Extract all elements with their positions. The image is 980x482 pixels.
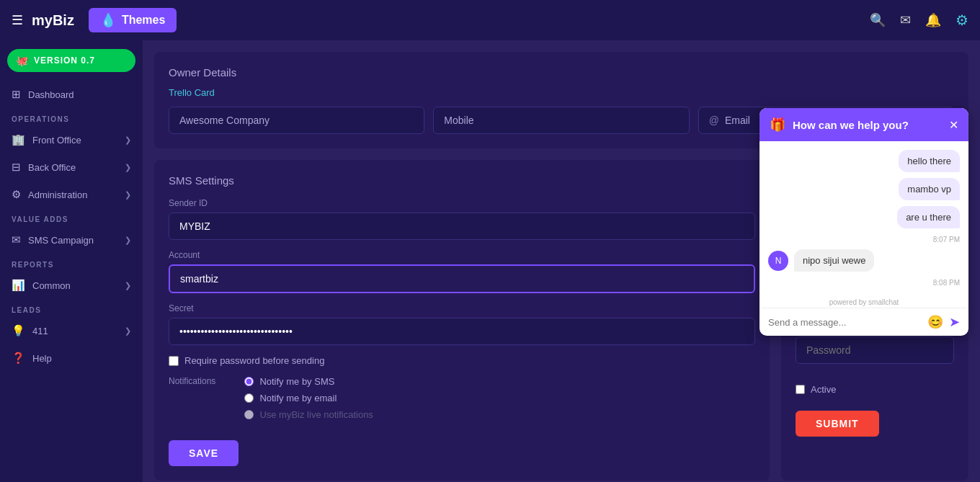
chat-avatar: N [768, 251, 788, 271]
themes-icon: 💧 [100, 12, 116, 28]
sender-id-group: Sender ID MYBIZ [169, 198, 755, 240]
radio-email-label: Notify me by email [259, 393, 337, 403]
chat-bubble: nipo sijui wewe [794, 249, 874, 272]
sms-settings-card: SMS Settings Sender ID MYBIZ Account Sec… [154, 160, 770, 481]
chevron-icon: ❯ [125, 281, 131, 290]
chat-powered-label: powered by smallchat [760, 295, 968, 308]
chevron-icon: ❯ [125, 190, 131, 200]
require-password-label: Require password before sending [184, 355, 324, 366]
version-badge[interactable]: 🐙 VERSION 0.7 [7, 49, 135, 72]
active-checkbox[interactable] [796, 385, 805, 394]
chat-header-title: How can we help you? [793, 119, 942, 131]
chat-close-button[interactable]: ✕ [949, 118, 958, 132]
sidebar-item-front-office[interactable]: 🏢 Front Office ❯ [0, 126, 143, 153]
account-input[interactable] [169, 264, 755, 293]
brand-logo: myBiz [32, 12, 74, 29]
radio-sms-label: Notify me by SMS [259, 376, 334, 387]
version-label: VERSION 0.7 [34, 55, 95, 66]
chat-message-3: are u there [897, 206, 960, 228]
sidebar-item-administration[interactable]: ⚙ Administration ❯ [0, 181, 143, 208]
sidebar-item-back-office[interactable]: ⊟ Back Office ❯ [0, 153, 143, 181]
radio-email-row: Notify me by email [244, 393, 373, 403]
common-icon: 📊 [12, 279, 25, 292]
radio-email[interactable] [244, 393, 254, 403]
chat-timestamp-1: 8:07 PM [768, 236, 960, 244]
company-field: Awesome Company [169, 107, 424, 134]
at-icon: @ [709, 115, 719, 126]
account-group: Account [169, 250, 755, 293]
sender-id-label: Sender ID [169, 198, 755, 208]
chat-input-row: 😊 ➤ [760, 308, 968, 336]
back-office-icon: ⊟ [12, 161, 21, 174]
chat-widget: 🎁 How can we help you? ✕ hello there mam… [760, 108, 968, 336]
mpesa-secret-input[interactable] [796, 336, 954, 364]
sidebar-item-label: Front Office [32, 135, 117, 146]
active-row: Active [796, 384, 954, 395]
sidebar-item-label: Back Office [28, 162, 117, 173]
sms-settings-title: SMS Settings [169, 174, 755, 187]
chevron-icon: ❯ [125, 135, 131, 145]
section-leads: LEADS [0, 299, 143, 317]
sender-id-value: MYBIZ [169, 213, 755, 240]
section-value-adds: VALUE ADDS [0, 208, 143, 226]
bell-icon[interactable]: 🔔 [925, 12, 941, 28]
owner-details-title: Owner Details [169, 66, 954, 79]
save-button[interactable]: SAVE [169, 440, 239, 466]
sidebar-item-label: SMS Campaign [28, 235, 117, 246]
sidebar-item-help[interactable]: ❓ Help [0, 344, 143, 372]
chat-emoji-button[interactable]: 😊 [927, 314, 943, 330]
administration-icon: ⚙ [12, 188, 21, 201]
trello-link[interactable]: Trello Card [169, 87, 954, 98]
account-label: Account [169, 250, 755, 260]
secret-input[interactable] [169, 318, 755, 345]
themes-button[interactable]: 💧 Themes [89, 8, 177, 32]
sidebar-item-label: Dashboard [28, 89, 131, 100]
secret-label: Secret [169, 303, 755, 313]
radio-sms[interactable] [244, 377, 254, 386]
require-password-checkbox[interactable] [169, 356, 179, 366]
radio-live-row: Use myBiz live notifications [244, 409, 373, 420]
sidebar-item-411[interactable]: 💡 411 ❯ [0, 317, 143, 344]
radio-live[interactable] [244, 410, 254, 419]
chevron-icon: ❯ [125, 163, 131, 172]
sidebar-item-label: 411 [32, 326, 117, 336]
themes-label: Themes [122, 14, 165, 27]
active-label: Active [811, 384, 836, 395]
chevron-icon: ❯ [125, 236, 131, 245]
dashboard-icon: ⊞ [12, 88, 21, 101]
email-placeholder: Email [725, 115, 750, 126]
sidebar: 🐙 VERSION 0.7 ⊞ Dashboard OPERATIONS 🏢 F… [0, 40, 143, 482]
sms-campaign-icon: ✉ [12, 233, 21, 246]
version-icon: 🐙 [16, 55, 28, 66]
sidebar-item-label: Administration [28, 189, 117, 200]
sidebar-item-sms-campaign[interactable]: ✉ SMS Campaign ❯ [0, 226, 143, 254]
leads-icon: 💡 [12, 324, 25, 337]
sidebar-item-dashboard[interactable]: ⊞ Dashboard [0, 81, 143, 108]
require-password-row: Require password before sending [169, 355, 755, 366]
chat-timestamp-2: 8:08 PM [768, 279, 960, 287]
chat-message-2: mambo vp [899, 178, 960, 200]
chat-message-4: N nipo sijui wewe [768, 249, 874, 272]
notifications-label: Notifications [169, 376, 215, 386]
chat-message-1: hello there [899, 150, 960, 172]
section-reports: REPORTS [0, 254, 143, 272]
radio-sms-row: Notify me by SMS [244, 376, 373, 387]
menu-icon[interactable]: ☰ [12, 12, 23, 28]
navbar: ☰ myBiz 💧 Themes 🔍 ✉ 🔔 ⚙ [0, 0, 980, 40]
front-office-icon: 🏢 [12, 133, 25, 146]
secret-group: Secret [169, 303, 755, 345]
sidebar-item-label: Help [32, 353, 131, 364]
notifications-radio-group: Notify me by SMS Notify me by email Use … [244, 376, 373, 420]
section-operations: OPERATIONS [0, 108, 143, 126]
chat-send-button[interactable]: ➤ [949, 314, 960, 330]
sidebar-item-label: Common [32, 280, 117, 291]
search-icon[interactable]: 🔍 [870, 12, 886, 28]
chat-body: hello there mambo vp are u there 8:07 PM… [760, 141, 968, 295]
mail-icon[interactable]: ✉ [900, 12, 911, 28]
submit-button[interactable]: SUBMIT [796, 411, 879, 437]
chat-message-input[interactable] [768, 317, 922, 328]
chat-header: 🎁 How can we help you? ✕ [760, 108, 968, 141]
settings-icon[interactable]: ⚙ [956, 12, 968, 29]
navbar-icons: 🔍 ✉ 🔔 ⚙ [870, 12, 968, 29]
sidebar-item-common[interactable]: 📊 Common ❯ [0, 272, 143, 299]
